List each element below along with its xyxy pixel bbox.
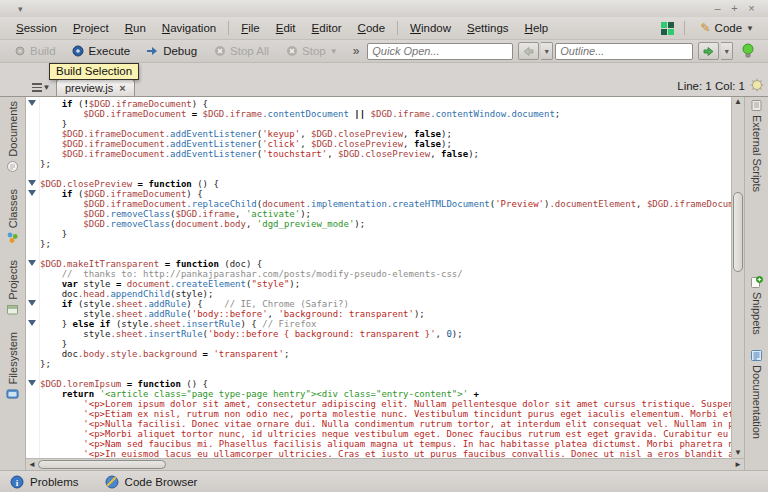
menu-file[interactable]: File [233, 20, 268, 36]
fold-marker-icon[interactable] [28, 320, 36, 326]
horizontal-scrollbar[interactable]: ◄ ► [26, 458, 744, 470]
vertical-scrollbar[interactable]: ▲ ▼ [731, 97, 744, 458]
main-area: Documents Classes Projects Filesystem if… [0, 97, 768, 470]
pencil-icon: ✎ [701, 21, 711, 35]
sidebar-item-filesystem[interactable]: Filesystem [6, 332, 19, 401]
execute-label: Execute [89, 45, 131, 57]
vertical-scroll-thumb[interactable] [733, 192, 743, 272]
projects-label: Projects [7, 260, 19, 300]
tab-label: preview.js [65, 82, 113, 94]
tab-close-icon[interactable]: × [119, 82, 125, 94]
debug-arrow-icon [146, 45, 159, 58]
menu-separator [397, 21, 398, 35]
forward-dropdown-button[interactable]: ▼ [721, 42, 733, 60]
code-browser-label: Code Browser [125, 476, 198, 488]
documentation-icon [750, 349, 763, 362]
fold-marker-icon[interactable] [28, 100, 36, 106]
tab-preview-js[interactable]: preview.js × [56, 79, 135, 96]
code-lines[interactable]: if (!$DGD.iframeDocument) { $DGD.iframeD… [40, 97, 731, 458]
menu-separator [684, 21, 685, 35]
execute-button[interactable]: Execute [65, 43, 138, 60]
arrow-right-icon [703, 46, 714, 57]
sidebar-item-documentation[interactable]: Documentation [750, 349, 763, 439]
stop-button[interactable]: Stop ▼ [278, 43, 345, 60]
sidebar-item-external-scripts[interactable]: External Scripts [750, 99, 763, 192]
area-switcher-icon[interactable] [661, 22, 674, 35]
menu-help[interactable]: Help [517, 20, 557, 36]
chevron-down-icon: ▼ [43, 83, 51, 92]
sidebar-item-snippets[interactable]: Snippets [750, 276, 763, 335]
toolview-code-browser[interactable]: Code Browser [105, 475, 198, 489]
working-set-code-button[interactable]: ✎ Code ▼ [695, 20, 760, 36]
projects-icon [6, 303, 19, 316]
menu-settings[interactable]: Settings [459, 20, 517, 36]
build-button[interactable]: Build [6, 43, 63, 60]
problems-label: Problems [30, 476, 79, 488]
filesystem-icon [6, 387, 19, 400]
completion-settings-icon[interactable] [750, 78, 764, 94]
scroll-left-arrow[interactable]: ◄ [26, 460, 38, 469]
menu-edit[interactable]: Edit [268, 20, 304, 36]
scroll-right-arrow[interactable]: ► [732, 460, 744, 469]
classes-label: Classes [7, 189, 19, 228]
menu-project[interactable]: Project [65, 20, 117, 36]
arrow-left-icon [523, 46, 534, 57]
fold-marker-icon[interactable] [28, 300, 36, 306]
execute-icon [72, 45, 85, 58]
build-label: Build [30, 45, 56, 57]
outline-input[interactable] [555, 43, 693, 60]
horizontal-scroll-thumb[interactable] [38, 460, 166, 469]
documents-icon [6, 160, 19, 173]
chevron-down-icon: ▼ [330, 47, 338, 56]
toolview-problems[interactable]: i Problems [10, 475, 79, 489]
minimize-button[interactable]: – [709, 1, 726, 16]
back-dropdown-button[interactable]: ▼ [541, 42, 553, 60]
document-list-button[interactable]: ▼ [30, 79, 52, 96]
quick-open-input[interactable] [367, 43, 513, 60]
titlebar-menu-arrow-icon[interactable]: ▾ [18, 4, 23, 14]
bottom-toolview-bar: i Problems Code Browser [0, 470, 768, 492]
stop-all-icon [213, 45, 226, 58]
left-dock-bar: Documents Classes Projects Filesystem [0, 97, 26, 470]
filesystem-label: Filesystem [7, 332, 19, 385]
sidebar-item-documents[interactable]: Documents [6, 101, 19, 173]
right-dock-bar: External Scripts Snippets Documentation [744, 97, 768, 470]
menu-window[interactable]: Window [402, 20, 459, 36]
snippets-label: Snippets [751, 292, 763, 335]
build-selection-tooltip: Build Selection [49, 63, 139, 80]
menu-editor[interactable]: Editor [304, 20, 350, 36]
close-button[interactable]: × [743, 1, 760, 16]
menu-code[interactable]: Code [350, 20, 394, 36]
scroll-up-arrow[interactable]: ▲ [732, 97, 744, 107]
code-folding-gutter[interactable] [26, 97, 40, 458]
stop-all-button[interactable]: Stop All [206, 43, 276, 60]
fold-marker-icon[interactable] [28, 180, 36, 186]
maximize-button[interactable]: + [726, 1, 743, 16]
sidebar-item-projects[interactable]: Projects [6, 260, 19, 316]
fold-marker-icon[interactable] [28, 380, 36, 386]
toolbar-overflow-button[interactable]: » [347, 44, 366, 58]
menu-run[interactable]: Run [117, 20, 154, 36]
debug-label: Debug [163, 45, 197, 57]
code-selector-label: Code [715, 22, 743, 34]
menu-navigation[interactable]: Navigation [154, 20, 224, 36]
fold-marker-icon[interactable] [28, 190, 36, 196]
fold-marker-icon[interactable] [28, 260, 36, 266]
scroll-down-arrow[interactable]: ▼ [732, 448, 744, 458]
documentation-label: Documentation [751, 365, 763, 439]
snippets-icon [750, 276, 763, 289]
forward-button[interactable] [698, 42, 719, 60]
back-button[interactable] [518, 42, 539, 60]
menubar: Session Project Run Navigation File Edit… [0, 17, 768, 40]
menu-session[interactable]: Session [8, 20, 65, 36]
line-col-status: Line: 1 Col: 1 [677, 80, 745, 92]
lightbulb-icon[interactable] [741, 43, 755, 59]
external-scripts-label: External Scripts [751, 115, 763, 192]
documents-label: Documents [7, 101, 19, 157]
classes-icon [6, 231, 19, 244]
menu-separator [228, 21, 229, 35]
sidebar-item-classes[interactable]: Classes [6, 189, 19, 244]
list-icon [32, 83, 42, 92]
debug-button[interactable]: Debug [139, 43, 204, 60]
window-titlebar[interactable]: ▾ – + × [0, 0, 768, 17]
